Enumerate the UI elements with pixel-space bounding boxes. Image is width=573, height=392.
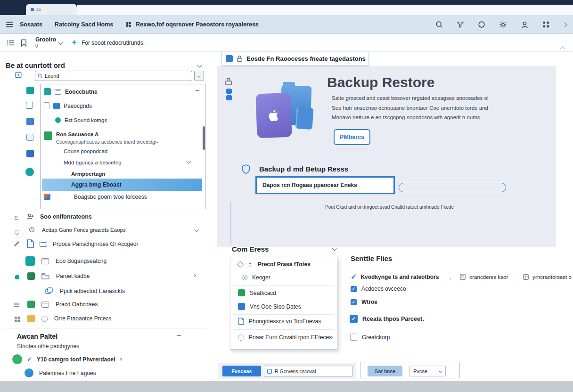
- tree-row[interactable]: Eooccbutne: [44, 88, 98, 95]
- blue-book-illustration: [295, 107, 313, 130]
- sidebar-search-input[interactable]: [35, 71, 192, 81]
- sparkle-icon: [71, 39, 78, 46]
- apps-grid-icon[interactable]: [542, 20, 550, 29]
- blue-square-icon: [53, 103, 60, 109]
- dropdown-item[interactable]: Precof Prasa fTotes: [238, 261, 311, 268]
- list-icon[interactable]: [7, 40, 15, 46]
- description-line: Sea hutr onsecnso dcnouasne bnontaer Coe…: [332, 103, 488, 113]
- tree-row[interactable]: Boagsbc goom tvoe forceess: [44, 194, 147, 200]
- backup-path-field[interactable]: Dapos rcn Rogaas ppaocesr Eneks: [255, 176, 395, 194]
- gear-icon[interactable]: [499, 20, 508, 29]
- sidebar-collapse-chevron-icon[interactable]: [197, 63, 202, 68]
- sidebar-panel-item[interactable]: ✓ Y10 camgro toof Phvrerdaoel 9: [12, 354, 122, 364]
- pin-app-icon[interactable]: [26, 102, 33, 109]
- sidebar-panel-item[interactable]: Palemnes Fne Fagoes: [25, 368, 96, 377]
- hamburger-menu-icon[interactable]: [6, 22, 13, 27]
- save-button[interactable]: Sar bnse: [368, 366, 402, 376]
- footer-search-field[interactable]: R Gcrvens,cscoval: [264, 366, 352, 376]
- tree-row[interactable]: Paeocgnds: [44, 102, 92, 109]
- sidebar-item-broadcast[interactable]: Eoo Bogangseatcng: [25, 256, 106, 266]
- browser-tab[interactable]: co: [26, 4, 77, 15]
- user-icon[interactable]: [520, 20, 529, 29]
- main-header-card[interactable]: Eosde Fn Raooceses fneate tagedastons: [221, 52, 369, 65]
- person-add-icon: [26, 213, 34, 220]
- dropdown-item[interactable]: Keoger: [242, 274, 270, 281]
- tree-row[interactable]: Est Sound kotngs: [55, 117, 107, 123]
- dropdown-item[interactable]: Phongotesscs vo TooFoevas: [238, 318, 321, 325]
- bookmark-icon[interactable]: [21, 39, 27, 47]
- dropdown-divider: [233, 314, 334, 315]
- checkbox-row[interactable]: ✓ Acdoees ovceeco: [351, 286, 406, 292]
- teal-tile-icon: [25, 256, 35, 266]
- dropdown-item-label: Phongotesscs vo TooFoevas: [249, 318, 321, 325]
- settle-row-label[interactable]: yrncraotorsest o tvodl: [532, 274, 573, 280]
- link-chevron-right-icon[interactable]: [193, 274, 196, 277]
- checkbox-checked-icon[interactable]: ✓: [350, 315, 358, 323]
- members-button[interactable]: PMbercs: [334, 129, 370, 145]
- checkbox-row[interactable]: Greatckorp: [350, 334, 390, 341]
- collapse-dash-icon[interactable]: –: [196, 86, 199, 94]
- tree-chevron-down-icon[interactable]: [187, 159, 191, 164]
- sidebar-item-notifications[interactable]: Soo enlfonrateons: [26, 213, 92, 220]
- teal-app-icon[interactable]: [26, 87, 34, 94]
- sidebar-item-process[interactable]: Prpoce Panschgnroes Gr Accgeor: [26, 239, 138, 248]
- sidebar-item-transfer[interactable]: Ppck adbectod Eanasckts: [45, 287, 125, 294]
- search-split-button[interactable]: [194, 71, 204, 81]
- checkbox-unchecked-icon[interactable]: [350, 334, 357, 341]
- sidebar-item-database[interactable]: Pracd Oabcdaes: [27, 301, 98, 308]
- backup-secondary-field[interactable]: [399, 183, 506, 192]
- process-button[interactable]: Fvscaas: [222, 366, 261, 376]
- description-line: Salte grosced and cesst bosover nrgated …: [332, 93, 488, 103]
- menu-item-0[interactable]: Sosaats: [20, 21, 42, 28]
- sidebar-item-process-2[interactable]: Orre Fraoaotce Prcecs: [27, 315, 111, 322]
- dropdown-item[interactable]: Poaar Euro Cnvabl rpon EFteces: [238, 334, 332, 341]
- circle-outline-icon: [41, 316, 48, 322]
- menu-bar: Sosaats Ratcoiny Sacd Homs Rexwo,fof oqs…: [0, 15, 573, 34]
- group-selector[interactable]: Groolro: [35, 37, 56, 43]
- status-circle-icon[interactable]: [477, 20, 486, 29]
- blue-app-icon[interactable]: [26, 118, 34, 125]
- tree-row[interactable]: Armpocrtagn: [71, 171, 105, 177]
- blue-badge-icon: [226, 55, 233, 62]
- filter-icon[interactable]: [456, 20, 465, 29]
- blue-app-icon-2[interactable]: [26, 150, 34, 157]
- sidebar-item-label: Prpoce Panschgnroes Gr Accgeor: [53, 241, 138, 247]
- search-icon[interactable]: [435, 20, 443, 29]
- panel-collapse-dash-icon[interactable]: –: [177, 331, 181, 339]
- secondary-toolbar: Groolro 0 For sooot redocrutlrunds.: [0, 34, 573, 52]
- main-header-title: Eosde Fn Raooceses fneate tagedastons: [246, 55, 366, 62]
- taskbar-strip: [0, 381, 573, 392]
- chevron-right-icon[interactable]: [563, 22, 567, 27]
- tree-row[interactable]: Ron Sacuaoce A Ccovogunaphcaeas aecbcnes…: [44, 131, 158, 146]
- sidebar-item-sync[interactable]: Acttap Gano Foncs gnacdts Eaops: [28, 226, 126, 233]
- tree-row[interactable]: Mdd bgunca a bescetng: [64, 160, 122, 165]
- menu-item-2[interactable]: Rexwo,fof oqsrsover Paeostors royaaleres…: [136, 21, 259, 28]
- tree-row[interactable]: Couns poopndcad: [64, 148, 107, 154]
- menu-item-1[interactable]: Ratcoiny Sacd Homs: [55, 21, 113, 28]
- tree-row-selected[interactable]: Aggra bmg Eboast: [42, 179, 202, 191]
- dropdown-item[interactable]: Vns Ooe Sloo Dates: [238, 303, 301, 310]
- checkbox-row[interactable]: ✓ Wtroe: [351, 299, 377, 305]
- dropdown-divider: [233, 286, 334, 286]
- tree-row-label: Paeocgnds: [64, 103, 92, 109]
- search-field-icon: [37, 73, 43, 79]
- sidebar-item-folder[interactable]: Paroet kadbe: [27, 272, 90, 280]
- panel-item-tag: 9: [120, 357, 122, 361]
- compress-section-title: Com Eress: [232, 245, 269, 253]
- group-chevron-down-icon[interactable]: [58, 41, 63, 45]
- sidebar-scrollbar-thumb[interactable]: [203, 126, 205, 150]
- folder-tab-illustration: [283, 82, 295, 88]
- check-icon: ✓: [351, 272, 357, 281]
- dropdown-item[interactable]: Seatkcacd: [238, 289, 276, 296]
- link-chevron-down-icon[interactable]: [195, 228, 199, 232]
- checkbox-checked-icon[interactable]: ✓: [351, 286, 357, 292]
- sidebar-item-label: Ppck adbectod Eanasckts: [60, 288, 125, 294]
- footer-dropdown[interactable]: Pvcse: [409, 366, 446, 376]
- window-icon: [41, 302, 49, 308]
- settle-row-label[interactable]: orancderes ksor: [469, 274, 508, 280]
- checkbox-checked-icon[interactable]: ✓: [351, 299, 357, 305]
- grid-app-icon[interactable]: [26, 134, 33, 141]
- checkbox-row[interactable]: ✓ Rceata thpos Parceet.: [350, 315, 424, 323]
- wifi-app-icon[interactable]: [25, 168, 34, 176]
- settle-row-label[interactable]: Kvodkynge ts and rateotbors: [360, 274, 439, 280]
